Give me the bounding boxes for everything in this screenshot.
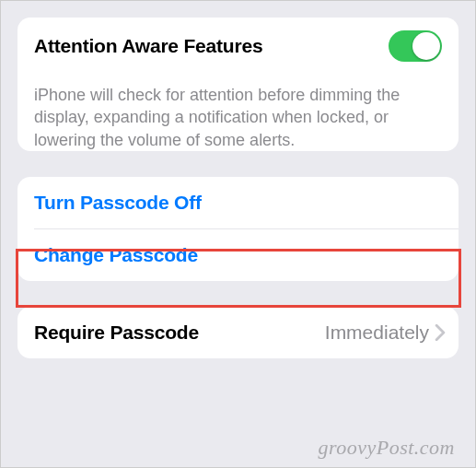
attention-aware-description: iPhone will check for attention before d… — [17, 75, 459, 151]
attention-aware-toggle[interactable] — [389, 30, 442, 62]
turn-passcode-off-button[interactable]: Turn Passcode Off — [17, 177, 459, 228]
attention-aware-group: Attention Aware Features iPhone will che… — [17, 18, 459, 151]
chevron-right-icon — [435, 324, 446, 341]
require-passcode-label: Require Passcode — [34, 322, 199, 344]
attention-aware-row: Attention Aware Features — [17, 18, 459, 75]
change-passcode-button[interactable]: Change Passcode — [17, 229, 459, 281]
require-passcode-row[interactable]: Require Passcode Immediately — [17, 307, 459, 358]
toggle-knob — [412, 32, 440, 60]
passcode-actions-group: Turn Passcode Off Change Passcode — [17, 177, 459, 281]
require-passcode-value: Immediately — [325, 322, 429, 344]
attention-aware-title: Attention Aware Features — [34, 35, 262, 57]
watermark: groovyPost.com — [318, 436, 455, 460]
require-passcode-group: Require Passcode Immediately — [17, 307, 459, 358]
